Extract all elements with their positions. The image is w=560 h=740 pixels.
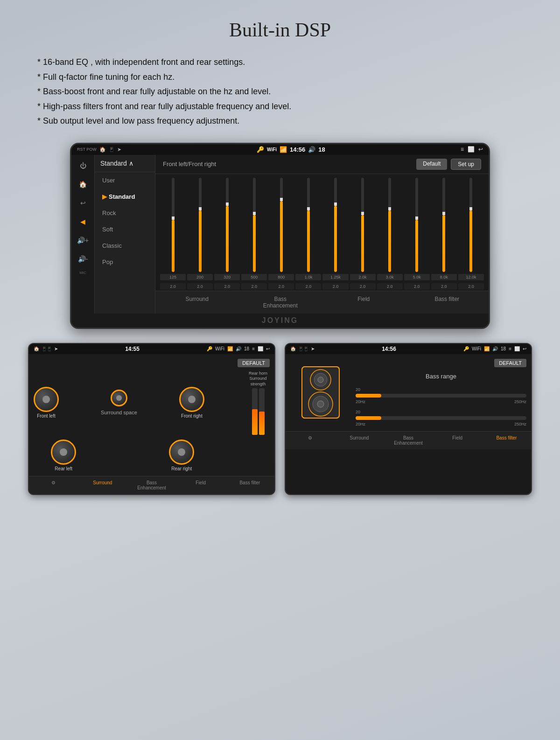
surround-window-icon[interactable]: ⬜	[258, 346, 263, 351]
volume-icon[interactable]: 🔊	[308, 146, 315, 153]
front-left-knob-wrap: Front left	[34, 387, 59, 419]
eq-vals: 2.02.02.02.02.02.02.02.02.02.02.02.0	[155, 282, 489, 291]
menu-item-rock[interactable]: Rock	[95, 205, 155, 221]
eq-handle-6[interactable]	[334, 202, 337, 206]
bass-default-btn[interactable]: DEFAULT	[494, 359, 526, 367]
eq-default-btn[interactable]: Default	[416, 159, 447, 170]
bass-tab-eq[interactable]: ⚙	[286, 432, 335, 449]
surround-tab-field[interactable]: Field	[176, 476, 225, 494]
eq-freq-10: 8.0k	[431, 274, 457, 280]
surround-space-knob[interactable]	[111, 390, 127, 406]
menu-item-standard[interactable]: ▶Standard	[95, 188, 155, 205]
surround-menu-icon[interactable]: ≡	[252, 346, 255, 351]
eq-handle-2[interactable]	[226, 202, 229, 206]
vol-up-icon[interactable]: 🔊+	[76, 233, 90, 247]
home-icon[interactable]: 🏠	[99, 147, 106, 153]
bass-vol-level: 18	[501, 346, 506, 351]
tab-bass-filter[interactable]: Bass filter	[406, 291, 489, 314]
eq-bar-7[interactable]	[350, 178, 376, 272]
back-sidebar-icon[interactable]: ↩	[76, 196, 90, 210]
surround-tab-surround[interactable]: Surround	[78, 476, 127, 494]
tab-field[interactable]: Field	[322, 291, 406, 314]
surround-tab-eq[interactable]: ⚙	[29, 476, 78, 494]
bass-slider-2-value: 20	[356, 410, 360, 414]
eq-setup-btn[interactable]: Set up	[451, 159, 481, 170]
eq-handle-9[interactable]	[415, 216, 418, 220]
eq-handle-5[interactable]	[307, 207, 310, 210]
front-left-knob-inner	[42, 396, 50, 403]
main-status-bar: RST POW 🏠 📱 ➤ 🔑 WiFi 📶 14:56 🔊 18 ≡ ⬜ ↩	[71, 144, 489, 155]
eq-bar-8[interactable]	[377, 178, 403, 272]
tab-bass-enhancement[interactable]: BassEnhancement	[239, 291, 322, 314]
bass-slider-2-track[interactable]	[356, 416, 526, 420]
menu-icon[interactable]: ≡	[461, 146, 464, 153]
bass-range-title: Bass range	[356, 373, 526, 380]
front-left-label: Front left	[37, 413, 55, 419]
back-icon[interactable]: ↩	[478, 146, 483, 153]
eq-handle-7[interactable]	[361, 212, 364, 215]
front-right-knob[interactable]	[179, 387, 204, 412]
eq-handle-10[interactable]	[442, 212, 445, 215]
eq-handle-3[interactable]	[253, 212, 256, 215]
bass-tab-bass-enh[interactable]: BassEnhancement	[384, 432, 433, 449]
eq-bar-4[interactable]	[268, 178, 294, 272]
tab-surround[interactable]: Surround	[155, 291, 239, 314]
surround-back-icon[interactable]: ↩	[266, 346, 270, 351]
surround-tab-label: Surround	[93, 480, 112, 485]
home-sidebar-icon[interactable]: 🏠	[76, 177, 90, 191]
surround-default-btn[interactable]: DEFAULT	[238, 359, 270, 367]
volume-level: 18	[318, 146, 325, 153]
menu-item-pop[interactable]: Pop	[95, 254, 155, 270]
eq-val-5: 2.0	[295, 283, 321, 290]
eq-handle-8[interactable]	[388, 207, 391, 210]
eq-bar-11[interactable]	[458, 178, 484, 272]
eq-handle-1[interactable]	[199, 207, 202, 210]
bass-menu-icon[interactable]: ≡	[509, 346, 511, 351]
bass-slider-1-max: 250Hz	[514, 399, 526, 404]
bass-slider-1-track[interactable]	[356, 394, 526, 398]
eq-bar-0[interactable]	[160, 178, 186, 272]
menu-item-soft[interactable]: Soft	[95, 221, 155, 237]
eq-val-10: 2.0	[431, 283, 457, 290]
bass-tab-field[interactable]: Field	[433, 432, 482, 449]
eq-handle-0[interactable]	[172, 216, 175, 220]
bass-tab-surround[interactable]: Surround	[335, 432, 384, 449]
eq-bar-3[interactable]	[241, 178, 267, 272]
front-left-knob[interactable]	[34, 387, 59, 412]
play-sidebar-icon[interactable]: ◀	[76, 215, 90, 229]
rear-left-knob[interactable]	[51, 440, 76, 465]
status-center: 🔑 WiFi 📶 14:56 🔊 18	[257, 146, 325, 153]
surround-tab-bass-enh[interactable]: BassEnhancement	[127, 476, 176, 494]
eq-handle-11[interactable]	[469, 207, 472, 210]
eq-header: Front left/Front right Default Set up	[155, 155, 489, 174]
bass-tab-bass-filter[interactable]: Bass filter	[482, 432, 531, 449]
eq-val-11: 2.0	[458, 283, 484, 290]
bass-slider-1-min: 20Hz	[356, 399, 365, 404]
eq-bar-2[interactable]	[214, 178, 240, 272]
eq-bar-10[interactable]	[431, 178, 457, 272]
window-icon[interactable]: ⬜	[468, 146, 475, 153]
dsp-sidebar: ⏻ 🏠 ↩ ◀ 🔊+ 🔊- MIC	[71, 155, 95, 314]
surround-tab-bass-filter[interactable]: Bass filter	[225, 476, 274, 494]
status-left: RST POW 🏠 📱 ➤	[77, 147, 121, 153]
eq-bar-5[interactable]	[295, 178, 321, 272]
bass-home-icon: 🏠	[290, 346, 296, 351]
eq-freq-3: 500	[241, 274, 267, 280]
time-display: 14:56	[290, 146, 305, 153]
rear-right-knob[interactable]	[169, 440, 194, 465]
page-title: Built-in DSP	[28, 19, 532, 41]
menu-item-classic[interactable]: Classic	[95, 237, 155, 254]
bass-back-icon[interactable]: ↩	[523, 346, 526, 351]
eq-handle-4[interactable]	[280, 198, 283, 201]
vol-down-icon[interactable]: 🔊-	[76, 252, 90, 266]
power-icon[interactable]: ⏻	[76, 159, 90, 173]
bass-window-icon[interactable]: ⬜	[514, 346, 520, 351]
eq-bar-9[interactable]	[404, 178, 430, 272]
bass-status-left: 🏠 📱📱 ➤	[290, 346, 315, 351]
menu-item-user[interactable]: User	[95, 172, 155, 188]
dsp-ui: ⏻ 🏠 ↩ ◀ 🔊+ 🔊- MIC Standard ∧ User ▶Stand…	[71, 155, 489, 314]
dsp-menu-header[interactable]: Standard ∧	[95, 155, 155, 172]
surround-signal-icon: 🔑	[207, 346, 212, 351]
eq-bar-6[interactable]	[322, 178, 348, 272]
eq-bar-1[interactable]	[187, 178, 213, 272]
